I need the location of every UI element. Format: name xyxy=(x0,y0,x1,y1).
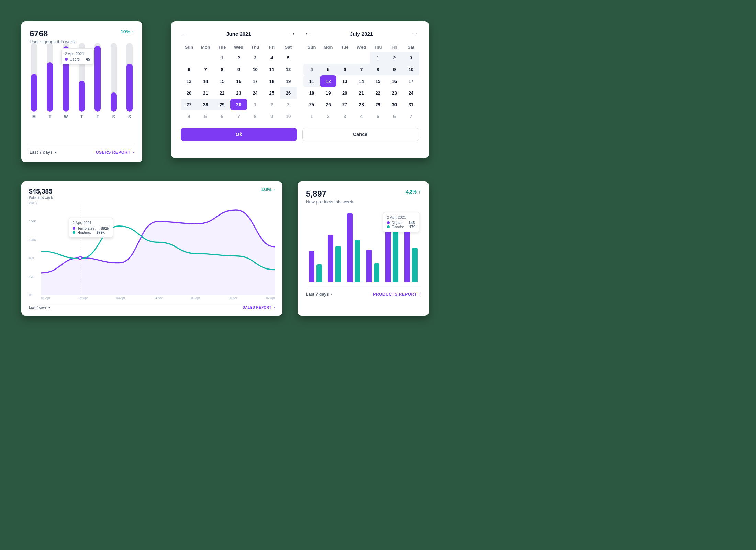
calendar-day[interactable]: 6 xyxy=(181,64,197,75)
calendar-day[interactable]: 7 xyxy=(403,110,419,122)
bar-column[interactable]: M xyxy=(31,43,37,119)
calendar-day[interactable]: 10 xyxy=(247,64,264,75)
products-range-picker[interactable]: Last 7 days▾ xyxy=(306,292,333,297)
bar-column[interactable]: T xyxy=(47,43,53,119)
calendar-day[interactable]: 21 xyxy=(197,87,214,99)
calendar-day[interactable]: 17 xyxy=(247,75,264,87)
calendar-day[interactable]: 30 xyxy=(386,99,403,110)
calendar-day[interactable]: 1 xyxy=(214,52,230,64)
calendar-day[interactable]: 19 xyxy=(320,87,336,99)
calendar-day[interactable]: 2 xyxy=(264,99,280,110)
calendar-day[interactable]: 8 xyxy=(247,110,264,122)
calendar-day[interactable]: 4 xyxy=(181,110,197,122)
bar-group[interactable] xyxy=(366,250,379,282)
bar-group[interactable] xyxy=(328,235,341,282)
calendar-day[interactable]: 28 xyxy=(197,99,214,110)
calendar-day[interactable]: 12 xyxy=(320,75,336,87)
calendar-day[interactable]: 9 xyxy=(264,110,280,122)
bar-group[interactable] xyxy=(309,251,322,282)
calendar-day[interactable]: 8 xyxy=(214,64,230,75)
calendar-day[interactable]: 18 xyxy=(303,87,320,99)
calendar-day[interactable]: 16 xyxy=(230,75,247,87)
calendar-day[interactable]: 16 xyxy=(386,75,403,87)
calendar-day[interactable]: 30 xyxy=(230,99,247,110)
calendar-day[interactable]: 14 xyxy=(353,75,369,87)
calendar-day[interactable]: 10 xyxy=(403,64,419,75)
calendar-day[interactable]: 25 xyxy=(264,87,280,99)
calendar-day[interactable]: 15 xyxy=(370,75,386,87)
sales-report-link[interactable]: SALES REPORT› xyxy=(243,306,275,309)
calendar-day[interactable]: 20 xyxy=(181,87,197,99)
cancel-button[interactable]: Cancel xyxy=(302,128,419,141)
ok-button[interactable]: Ok xyxy=(181,128,297,141)
calendar-day[interactable]: 1 xyxy=(303,110,320,122)
calendar-day[interactable]: 17 xyxy=(403,75,419,87)
calendar-day[interactable]: 3 xyxy=(336,110,353,122)
calendar-day[interactable]: 9 xyxy=(230,64,247,75)
calendar-day[interactable]: 27 xyxy=(181,99,197,110)
calendar-day[interactable]: 24 xyxy=(403,87,419,99)
next-month-button[interactable]: → xyxy=(288,30,297,38)
calendar-day[interactable]: 3 xyxy=(247,52,264,64)
calendar-day[interactable]: 12 xyxy=(280,64,297,75)
calendar-day[interactable]: 2 xyxy=(320,110,336,122)
calendar-day[interactable]: 1 xyxy=(370,52,386,64)
calendar-day[interactable]: 23 xyxy=(386,87,403,99)
calendar-day[interactable]: 4 xyxy=(353,110,369,122)
calendar-day[interactable]: 13 xyxy=(336,75,353,87)
calendar-day[interactable]: 4 xyxy=(303,64,320,75)
next-month-button[interactable]: → xyxy=(411,30,419,38)
users-range-picker[interactable]: Last 7 days▾ xyxy=(30,150,56,155)
calendar-day[interactable]: 10 xyxy=(280,110,297,122)
calendar-day[interactable]: 6 xyxy=(336,64,353,75)
calendar-day[interactable]: 9 xyxy=(386,64,403,75)
bar-column[interactable]: F xyxy=(94,43,101,119)
calendar-day[interactable]: 20 xyxy=(336,87,353,99)
calendar-day[interactable]: 8 xyxy=(370,64,386,75)
calendar-day[interactable]: 26 xyxy=(280,87,297,99)
calendar-day[interactable]: 22 xyxy=(370,87,386,99)
calendar-day[interactable]: 13 xyxy=(181,75,197,87)
bar-group[interactable] xyxy=(404,230,418,282)
sales-range-picker[interactable]: Last 7 days▾ xyxy=(29,306,50,309)
prev-month-button[interactable]: ← xyxy=(181,30,189,38)
calendar-day[interactable]: 22 xyxy=(214,87,230,99)
calendar-day[interactable]: 7 xyxy=(197,64,214,75)
bar-group[interactable] xyxy=(347,213,360,282)
calendar-day[interactable]: 5 xyxy=(370,110,386,122)
calendar-day[interactable]: 6 xyxy=(386,110,403,122)
bar-column[interactable]: S xyxy=(126,43,133,119)
calendar-day[interactable]: 7 xyxy=(230,110,247,122)
calendar-day[interactable]: 31 xyxy=(403,99,419,110)
calendar-day[interactable]: 7 xyxy=(353,64,369,75)
calendar-day[interactable]: 21 xyxy=(353,87,369,99)
users-report-link[interactable]: USERS REPORT› xyxy=(96,150,134,155)
calendar-day[interactable]: 18 xyxy=(264,75,280,87)
calendar-day[interactable]: 28 xyxy=(353,99,369,110)
calendar-day[interactable]: 6 xyxy=(214,110,230,122)
calendar-day[interactable]: 24 xyxy=(247,87,264,99)
prev-month-button[interactable]: ← xyxy=(303,30,312,38)
products-report-link[interactable]: PRODUCTS REPORT› xyxy=(373,292,421,297)
calendar-day[interactable]: 3 xyxy=(403,52,419,64)
calendar-day[interactable]: 3 xyxy=(280,99,297,110)
calendar-day[interactable]: 5 xyxy=(280,52,297,64)
calendar-day[interactable]: 25 xyxy=(303,99,320,110)
calendar-day[interactable]: 26 xyxy=(320,99,336,110)
calendar-day[interactable]: 19 xyxy=(280,75,297,87)
calendar-day[interactable]: 5 xyxy=(320,64,336,75)
calendar-day[interactable]: 2 xyxy=(230,52,247,64)
calendar-day[interactable]: 11 xyxy=(303,75,320,87)
calendar-day[interactable]: 5 xyxy=(197,110,214,122)
calendar-day[interactable]: 27 xyxy=(336,99,353,110)
calendar-day[interactable]: 14 xyxy=(197,75,214,87)
bar-column[interactable]: S xyxy=(111,43,117,119)
calendar-day[interactable]: 15 xyxy=(214,75,230,87)
calendar-day[interactable]: 11 xyxy=(264,64,280,75)
bar-group[interactable] xyxy=(385,223,398,282)
calendar-day[interactable]: 29 xyxy=(370,99,386,110)
calendar-day[interactable]: 29 xyxy=(214,99,230,110)
calendar-day[interactable]: 4 xyxy=(264,52,280,64)
calendar-day[interactable]: 2 xyxy=(386,52,403,64)
calendar-day[interactable]: 1 xyxy=(247,99,264,110)
